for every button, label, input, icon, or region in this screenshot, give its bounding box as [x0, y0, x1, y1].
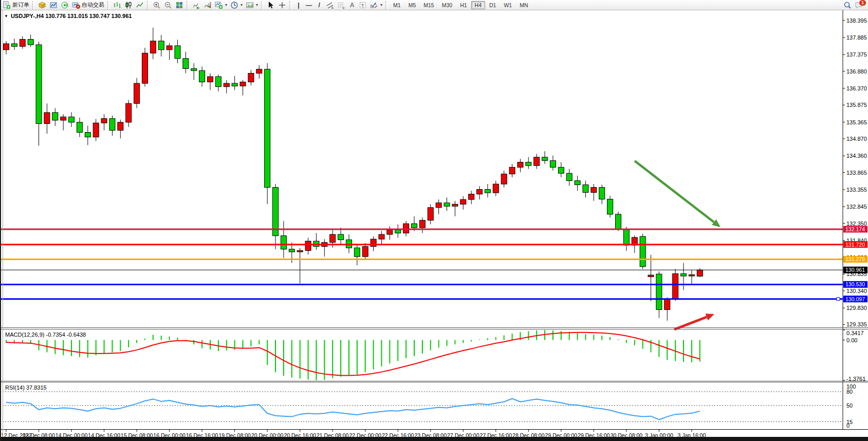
- svg-text:F: F: [343, 6, 345, 9]
- chart-title-text: USDJPY-,H4 130.776 131.015 130.747 130.9…: [11, 13, 132, 19]
- text-label-tool-button[interactable]: T: [357, 1, 368, 10]
- macd-axis-label: 0.00: [846, 337, 857, 343]
- timeframe-d1-button[interactable]: D1: [486, 1, 500, 9]
- timeframe-m15-button[interactable]: M15: [420, 1, 437, 9]
- candlestick-series: [4, 28, 703, 321]
- charts-window-icon: [49, 1, 58, 9]
- chevron-down-icon: ▼: [4, 14, 8, 19]
- svg-text:E: E: [331, 6, 334, 9]
- svg-text:131.279: 131.279: [845, 256, 865, 262]
- market-depth-icon: [38, 1, 46, 9]
- chevron-down-icon: ▾: [256, 3, 258, 7]
- price-tick-label: 130.340: [846, 288, 867, 294]
- price-tick-label: 134.360: [846, 153, 867, 159]
- text-icon: A: [348, 2, 356, 9]
- zoom-in-button[interactable]: [151, 1, 162, 10]
- chevron-down-icon: ▾: [225, 3, 227, 7]
- timeframe-m1-button[interactable]: M1: [390, 1, 404, 9]
- signals-icon: [61, 1, 69, 9]
- price-tick-label: 134.870: [846, 136, 867, 142]
- zoom-out-button[interactable]: [162, 1, 174, 10]
- charts-window-button[interactable]: [48, 1, 59, 10]
- autotrading-icon: [72, 1, 80, 9]
- text-tool-button[interactable]: A: [347, 1, 357, 10]
- price-tick-label: 137.885: [846, 34, 867, 41]
- trendline-tool-button[interactable]: /: [314, 1, 324, 10]
- signals-button[interactable]: [59, 1, 70, 10]
- notifications-button[interactable]: 1: [855, 1, 864, 9]
- template-icon: [246, 1, 254, 9]
- timeframe-m30-button[interactable]: M30: [438, 1, 456, 9]
- crosshair-icon: [278, 1, 286, 9]
- trendline-icon: /: [316, 2, 323, 9]
- vertical-line-icon: |: [295, 2, 302, 9]
- price-tick-label: 133.355: [846, 187, 867, 193]
- notification-badge: 1: [859, 0, 866, 6]
- level-drag-handle[interactable]: [837, 298, 840, 301]
- window-bottom-border: [0, 437, 868, 441]
- rsi-axis-label: 80: [846, 389, 853, 395]
- add-indicator-icon: [215, 1, 223, 9]
- rsi-label: RSI(14) 37.8315: [5, 384, 47, 391]
- line-chart-mode-button[interactable]: [134, 1, 145, 10]
- svg-text:130.097: 130.097: [845, 296, 865, 302]
- svg-text:131.720: 131.720: [845, 242, 865, 248]
- price-tick-label: 129.830: [846, 305, 867, 311]
- tile-windows-button[interactable]: [174, 1, 185, 10]
- bar-chart-mode-button[interactable]: [112, 1, 123, 10]
- toolbar-separator: [147, 1, 150, 9]
- timeframe-mn-button[interactable]: MN: [516, 1, 531, 9]
- price-tick-label: 137.375: [846, 51, 867, 58]
- text-label-icon: T: [359, 1, 367, 9]
- horizontal-line-tool-button[interactable]: —: [304, 1, 314, 10]
- templates-button[interactable]: ▾: [244, 1, 260, 10]
- rsi-line: [6, 399, 700, 420]
- rsi-axis-label: 50: [846, 402, 853, 409]
- chart-shift-icon: [204, 1, 212, 9]
- chart-left-border: [3, 10, 3, 437]
- window-left-border: [0, 0, 1, 441]
- tile-windows-icon: [175, 1, 183, 9]
- fibonacci-icon: F: [337, 1, 345, 9]
- timeframe-m5-button[interactable]: M5: [405, 1, 420, 9]
- timeframe-group: M1 M5 M15 M30 H1 H4 D1 W1 MN: [390, 1, 531, 9]
- price-tick-label: 135.875: [846, 102, 867, 108]
- chart-shift-button[interactable]: [202, 1, 213, 10]
- search-icon[interactable]: [843, 1, 852, 9]
- add-indicator-button[interactable]: ▾: [213, 1, 229, 10]
- auto-scroll-button[interactable]: [191, 1, 202, 10]
- cursor-icon: [267, 1, 275, 9]
- arrows-tool-button[interactable]: ▾: [368, 1, 384, 10]
- line-chart-icon: [136, 1, 144, 9]
- market-depth-button[interactable]: [36, 1, 48, 10]
- candlestick-icon: [124, 1, 133, 9]
- cursor-tool-button[interactable]: [265, 1, 276, 10]
- main-toolbar: 新订单 自动交易 ▾ ▾: [0, 0, 868, 10]
- chevron-down-icon: ▾: [380, 3, 382, 7]
- toolbar-separator: [289, 1, 292, 9]
- new-order-icon: [3, 1, 11, 9]
- periods-button[interactable]: ▾: [229, 1, 244, 10]
- timeframe-w1-button[interactable]: W1: [500, 1, 515, 9]
- channel-tool-button[interactable]: E: [324, 1, 336, 10]
- chart-canvas[interactable]: 138.395137.885137.375136.880136.370135.8…: [0, 10, 868, 441]
- timeframe-h1-button[interactable]: H1: [456, 1, 470, 9]
- chart-title[interactable]: ▼ USDJPY-,H4 130.776 131.015 130.747 130…: [4, 13, 132, 19]
- macd-axis-label: 0.3417: [846, 330, 864, 336]
- fibonacci-tool-button[interactable]: F: [336, 1, 347, 10]
- price-axis: 138.395137.885137.375136.880136.370135.8…: [843, 10, 867, 429]
- toolbar-separator: [187, 1, 189, 9]
- new-order-button[interactable]: 新订单: [1, 1, 31, 10]
- vertical-line-tool-button[interactable]: |: [293, 1, 304, 10]
- arrow-objects-icon: [370, 1, 378, 9]
- candlestick-mode-button[interactable]: [123, 1, 134, 10]
- zoom-out-icon: [164, 1, 172, 9]
- crosshair-tool-button[interactable]: [276, 1, 288, 10]
- toolbar-separator: [32, 1, 35, 9]
- autotrading-button[interactable]: 自动交易: [70, 1, 106, 10]
- timeframe-h4-button[interactable]: H4: [471, 1, 485, 9]
- price-tick-label: 132.350: [846, 220, 867, 227]
- svg-text:130.961: 130.961: [845, 267, 865, 273]
- horizontal-level-lines[interactable]: [0, 229, 843, 301]
- toolbar-right-group: 1: [843, 1, 867, 9]
